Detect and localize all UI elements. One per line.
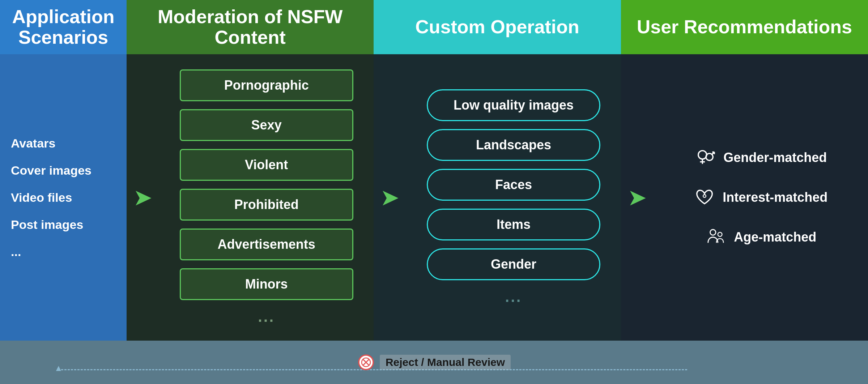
app-item-post: Post images	[11, 218, 83, 232]
arrow-3: ➤	[627, 186, 647, 209]
arrow-1: ➤	[133, 186, 153, 209]
age-matched-label: Age-matched	[734, 230, 816, 245]
header-user-title: User Recommendations	[637, 17, 852, 37]
mod-box-sexy: Sexy	[180, 109, 353, 141]
header-mod: Moderation of NSFW Content	[127, 0, 374, 54]
svg-point-9	[718, 232, 722, 236]
header-row: Application Scenarios Moderation of NSFW…	[0, 0, 868, 54]
header-custom: Custom Operation	[374, 0, 621, 54]
svg-point-8	[710, 230, 716, 235]
main-row: Avatars Cover images Video files Post im…	[0, 54, 868, 341]
arrow-1-area: ➤	[127, 54, 159, 341]
custom-pill-gender: Gender	[427, 248, 600, 280]
app-item-avatars: Avatars	[11, 136, 55, 150]
custom-pill-faces: Faces	[427, 169, 600, 201]
svg-point-0	[698, 151, 707, 159]
reject-label-text: Reject / Manual Review	[380, 355, 511, 370]
app-item-cover: Cover images	[11, 163, 92, 178]
arrow-3-area: ➤	[621, 54, 654, 341]
interest-icon	[694, 187, 715, 208]
reject-icon	[357, 354, 375, 371]
mod-box-pornographic: Pornographic	[180, 69, 353, 101]
feedback-arrow-up: ▲	[54, 363, 63, 373]
panel-app: Avatars Cover images Video files Post im…	[0, 54, 127, 341]
custom-pill-lowquality: Low quality images	[427, 89, 600, 121]
mod-box-advertisements: Advertisements	[180, 229, 353, 260]
custom-pill-items: Items	[427, 209, 600, 240]
mod-ellipsis: ...	[258, 308, 275, 325]
gender-matched-label: Gender-matched	[723, 150, 827, 165]
user-item-gender: Gender-matched	[694, 147, 827, 168]
user-item-age: Age-matched	[705, 226, 816, 248]
header-user: User Recommendations	[621, 0, 868, 54]
age-icon	[705, 226, 727, 248]
mod-box-violent: Violent	[180, 149, 353, 181]
interest-matched-label: Interest-matched	[723, 190, 827, 205]
user-item-interest: Interest-matched	[694, 187, 827, 208]
arrow-2: ➤	[380, 186, 400, 209]
arrow-2-area: ➤	[374, 54, 406, 341]
app-item-video: Video files	[11, 191, 72, 205]
custom-ellipsis: ...	[505, 288, 522, 306]
panel-custom: Low quality images Landscapes Faces Item…	[406, 54, 621, 341]
header-app: Application Scenarios	[0, 0, 127, 54]
feedback-label: Reject / Manual Review	[357, 354, 511, 371]
bottom-row: ▲ Reject / Manual Review	[0, 341, 868, 384]
gender-icon	[694, 147, 716, 168]
mod-box-minors: Minors	[180, 268, 353, 300]
svg-point-7	[703, 195, 706, 197]
custom-pill-landscapes: Landscapes	[427, 129, 600, 161]
panel-mod: Pornographic Sexy Violent Prohibited Adv…	[159, 54, 374, 341]
header-custom-title: Custom Operation	[415, 17, 579, 37]
header-mod-title: Moderation of NSFW Content	[134, 7, 366, 48]
panel-user: Gender-matched Interest-matched	[654, 54, 868, 341]
app-item-more: ...	[11, 245, 21, 259]
mod-box-prohibited: Prohibited	[180, 189, 353, 221]
header-app-title: Application Scenarios	[7, 7, 119, 48]
